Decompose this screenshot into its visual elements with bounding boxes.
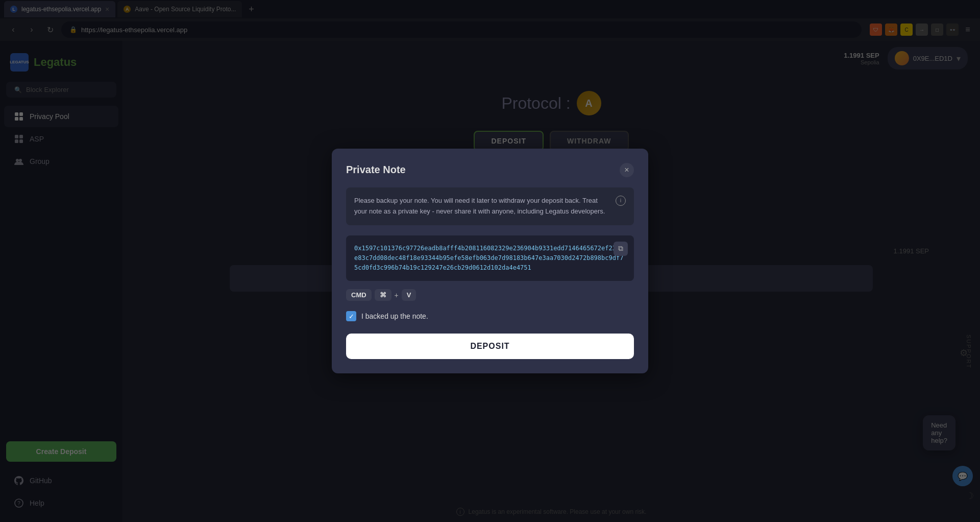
modal-header: Private Note × (346, 163, 634, 177)
modal-warning-text: Please backup your note. You will need i… (354, 196, 609, 217)
backup-checkbox-row: ✓ I backed up the note. (346, 311, 634, 321)
private-note-box: 0x1597c101376c97726eadb8afff4b2081160823… (346, 235, 634, 281)
modal-warning: Please backup your note. You will need i… (346, 187, 634, 225)
private-note-modal: Private Note × Please backup your note. … (332, 149, 648, 373)
backup-checkbox[interactable]: ✓ (346, 311, 356, 321)
v-key: V (402, 289, 416, 301)
copy-icon-symbol: ⧉ (618, 243, 623, 254)
modal-title: Private Note (346, 164, 406, 176)
copy-button[interactable]: ⧉ (614, 242, 628, 256)
modal-info-icon: i (616, 196, 626, 206)
backup-checkbox-label: I backed up the note. (361, 312, 428, 320)
plus-symbol: + (395, 291, 399, 299)
cmd-key: CMD (346, 289, 372, 301)
modal-overlay: Private Note × Please backup your note. … (0, 0, 980, 522)
modal-deposit-button[interactable]: DEPOSIT (346, 334, 634, 359)
checkbox-check-icon: ✓ (349, 313, 354, 320)
private-note-text: 0x1597c101376c97726eadb8afff4b2081160823… (354, 245, 623, 271)
modal-close-button[interactable]: × (620, 163, 634, 177)
keyboard-shortcut: CMD ⌘ + V (346, 289, 634, 301)
meta-key: ⌘ (375, 289, 391, 301)
